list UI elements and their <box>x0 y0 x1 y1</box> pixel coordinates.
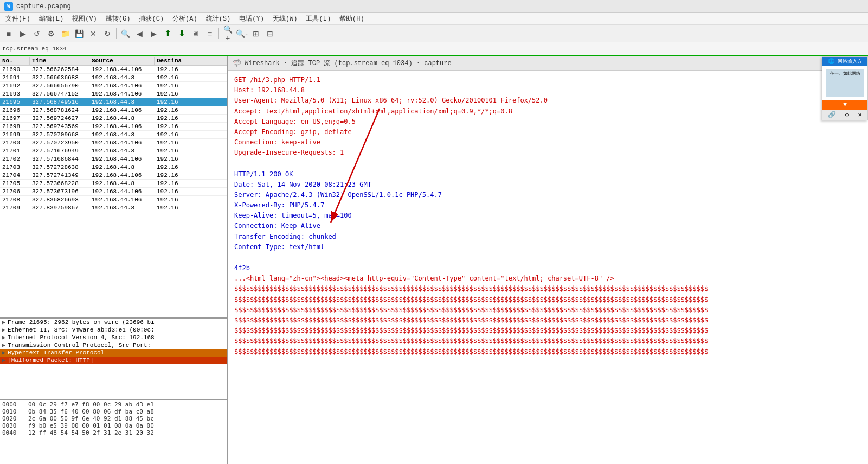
hex-row: 004012 ff 48 54 54 50 2f 31 2e 31 20 32 <box>2 429 224 436</box>
packet-row[interactable]: 21691 327.566636683 192.168.44.8 192.16 <box>0 74 227 82</box>
packet-row[interactable]: 21703 327.572728638 192.168.44.8 192.16 <box>0 163 227 171</box>
packet-row[interactable]: 21690 327.566262584 192.168.44.106 192.1… <box>0 66 227 74</box>
dollar-line: $$$$$$$$$$$$$$$$$$$$$$$$$$$$$$$$$$$$$$$$… <box>234 326 861 336</box>
menu-item-Y[interactable]: 电话(Y) <box>236 14 267 24</box>
toolbar-folder-btn[interactable]: 📁 <box>59 27 72 40</box>
packet-row[interactable]: 21695 327.568749516 192.168.44.8 192.16 <box>0 98 227 106</box>
cell-dest: 192.16 <box>155 148 225 154</box>
toolbar-restart-btn[interactable]: ↺ <box>30 27 43 40</box>
toolbar-reload-btn[interactable]: ↻ <box>101 27 114 40</box>
http-request-line: Accept: text/html,application/xhtml+xml,… <box>234 106 861 117</box>
toolbar-search-btn[interactable]: 🔍 <box>119 27 132 40</box>
toolbar-ruler-btn[interactable]: ⊟ <box>263 27 277 40</box>
toolbar-zoom-fit-btn[interactable]: ⊞ <box>249 27 262 40</box>
toolbar-go-btn[interactable]: ⬆ <box>161 27 174 40</box>
cell-time: 327.839759867 <box>30 205 89 211</box>
cell-source: 192.168.44.106 <box>89 107 155 113</box>
menu-item-E[interactable]: 编辑(E) <box>36 14 67 24</box>
cell-no: 21697 <box>0 115 30 122</box>
packet-row[interactable]: 21709 327.839759867 192.168.44.8 192.16 <box>0 204 227 212</box>
detail-row[interactable]: ▶Hypertext Transfer Protocol <box>0 349 227 357</box>
detail-row[interactable]: ▶[Malformed Packet: HTTP] <box>0 357 227 364</box>
menu-item-I[interactable]: 工具(I) <box>303 14 334 24</box>
toolbar-close-btn[interactable]: ✕ <box>87 27 100 40</box>
cell-time: 327.566656790 <box>30 82 89 89</box>
menu-item-V[interactable]: 视图(V) <box>69 14 100 24</box>
toolbar-net-btn[interactable]: 🖥 <box>189 27 202 40</box>
http-response-block: HTTP/1.1 200 OKDate: Sat, 14 Nov 2020 08… <box>234 169 861 253</box>
http-response-line: Date: Sat, 14 Nov 2020 08:21:23 GMT <box>234 180 861 190</box>
toolbar-settings-btn[interactable]: ⚙ <box>44 27 57 40</box>
packet-row[interactable]: 21692 327.566656790 192.168.44.106 192.1… <box>0 82 227 90</box>
notif-icon-2[interactable]: ⚙ <box>845 111 849 119</box>
cell-time: 327.573673196 <box>30 188 89 195</box>
toolbar-fwd-btn[interactable]: ▶ <box>147 27 160 40</box>
menu-item-C[interactable]: 捕获(C) <box>136 14 167 24</box>
packet-row[interactable]: 21701 327.571676949 192.168.44.8 192.16 <box>0 147 227 155</box>
hex-offset: 0040 <box>2 429 24 436</box>
detail-row[interactable]: ▶Frame 21695: 2962 bytes on wire (23696 … <box>0 319 227 326</box>
cell-source: 192.168.44.106 <box>89 196 155 203</box>
hex-row: 00202c 6a 00 50 9f 6e 40 92 d1 88 45 bc <box>2 415 224 422</box>
filter-bar: tcp.stream eq 1034 <box>0 42 868 56</box>
cell-no: 21709 <box>0 205 30 211</box>
http-response-line: HTTP/1.1 200 OK <box>234 169 861 180</box>
toolbar-stop-btn[interactable]: ■ <box>2 27 15 40</box>
toolbar-zoom-out-btn[interactable]: 🔍- <box>235 27 248 40</box>
detail-row[interactable]: ▶Ethernet II, Src: Vmware_ab:d3:e1 (00:0… <box>0 326 227 334</box>
cell-dest: 192.16 <box>155 139 225 146</box>
filter-label: tcp.stream eq 1034 <box>2 46 67 52</box>
packet-row[interactable]: 21706 327.573673196 192.168.44.106 192.1… <box>0 188 227 196</box>
packet-row[interactable]: 21699 327.570709668 192.168.44.8 192.16 <box>0 131 227 139</box>
http-response-line: Keep-Alive: timeout=5, max=100 <box>234 211 861 221</box>
notif-download-bar[interactable]: ▼ <box>822 100 867 110</box>
packet-row[interactable]: 21705 327.573668228 192.168.44.8 192.16 <box>0 180 227 188</box>
menu-item-W[interactable]: 无线(W) <box>269 14 301 24</box>
menu-item-F[interactable]: 文件(F) <box>2 14 34 24</box>
right-panel: 🦈 Wireshark · 追踪 TCP 流 (tcp.stream eq 10… <box>228 56 868 464</box>
http-request-line: User-Agent: Mozilla/5.0 (X11; Linux x86_… <box>234 96 861 106</box>
toolbar-back-btn[interactable]: ◀ <box>133 27 146 40</box>
menu-item-H[interactable]: 帮助(H) <box>336 14 368 24</box>
http-request-line: Accept-Language: en-US,en;q=0.5 <box>234 117 861 127</box>
toolbar-dl-btn[interactable]: ⬇ <box>175 27 188 40</box>
http-response-line: Connection: Keep-Alive <box>234 221 861 231</box>
cell-dest: 192.16 <box>155 66 225 73</box>
cell-dest: 192.16 <box>155 172 225 179</box>
menu-item-A[interactable]: 分析(A) <box>169 14 201 24</box>
toolbar-sep2 <box>218 28 219 39</box>
menu-item-S[interactable]: 统计(S) <box>203 14 234 24</box>
cell-time: 327.566636683 <box>30 74 89 81</box>
notif-icon-3[interactable]: ✕ <box>858 111 861 119</box>
packet-row[interactable]: 21700 327.570723950 192.168.44.106 192.1… <box>0 139 227 147</box>
packet-row[interactable]: 21704 327.572741349 192.168.44.106 192.1… <box>0 171 227 180</box>
cell-no: 21706 <box>0 188 30 195</box>
cell-no: 21708 <box>0 196 30 203</box>
packet-row[interactable]: 21698 327.569743569 192.168.44.106 192.1… <box>0 123 227 131</box>
hex-row: 0030f9 b0 e5 39 00 00 01 01 08 0a 0a 00 <box>2 422 224 429</box>
cell-no: 21696 <box>0 107 30 113</box>
toolbar-play-btn[interactable]: ▶ <box>16 27 29 40</box>
notif-icon-1[interactable]: 🔗 <box>828 111 836 119</box>
packet-row[interactable]: 21702 327.571686844 192.168.44.106 192.1… <box>0 155 227 163</box>
detail-row[interactable]: ▶Internet Protocol Version 4, Src: 192.1… <box>0 334 227 341</box>
stream-title-bar: 🦈 Wireshark · 追踪 TCP 流 (tcp.stream eq 10… <box>228 56 868 71</box>
menu-item-G[interactable]: 跳转(G) <box>102 14 134 24</box>
toolbar-list-btn[interactable]: ≡ <box>203 27 216 40</box>
detail-label: [Malformed Packet: HTTP] <box>8 357 93 364</box>
packet-row[interactable]: 21696 327.568781624 192.168.44.106 192.1… <box>0 106 227 115</box>
packet-row[interactable]: 21697 327.569724627 192.168.44.8 192.16 <box>0 115 227 123</box>
cell-time: 327.569724627 <box>30 115 89 122</box>
body-hex: 4f2b <box>234 263 861 274</box>
cell-no: 21690 <box>0 66 30 73</box>
cell-source: 192.168.44.106 <box>89 91 155 97</box>
dollar-line: $$$$$$$$$$$$$$$$$$$$$$$$$$$$$$$$$$$$$$$$… <box>234 295 861 305</box>
packet-row[interactable]: 21693 327.566747152 192.168.44.106 192.1… <box>0 90 227 98</box>
toolbar-zoom-in-btn[interactable]: 🔍+ <box>221 27 234 40</box>
stream-content: GET /hi/3.php HTTP/1.1Host: 192.168.44.8… <box>228 71 868 464</box>
toolbar-save-btn[interactable]: 💾 <box>73 27 86 40</box>
cell-source: 192.168.44.106 <box>89 188 155 195</box>
packet-row[interactable]: 21708 327.836826693 192.168.44.106 192.1… <box>0 196 227 204</box>
hex-bytes: 2c 6a 00 50 9f 6e 40 92 d1 88 45 bc <box>28 415 180 422</box>
detail-row[interactable]: ▶Transmission Control Protocol, Src Port… <box>0 341 227 349</box>
